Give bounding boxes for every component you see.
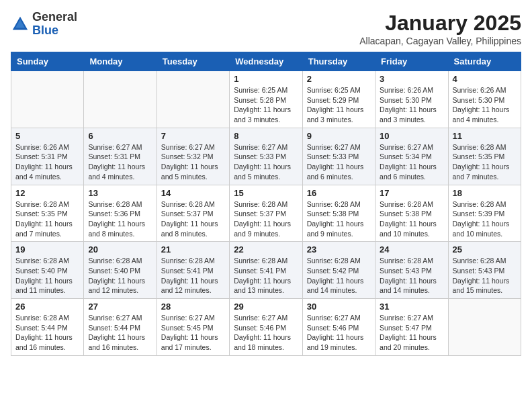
day-number: 26	[15, 302, 79, 312]
day-number: 29	[234, 302, 298, 312]
day-info: Sunrise: 6:28 AM Sunset: 5:43 PM Dayligh…	[380, 256, 443, 295]
calendar-day-cell: 15Sunrise: 6:28 AM Sunset: 5:37 PM Dayli…	[230, 185, 302, 242]
calendar-week-row: 12Sunrise: 6:28 AM Sunset: 5:35 PM Dayli…	[11, 185, 521, 242]
calendar-day-cell: 14Sunrise: 6:28 AM Sunset: 5:37 PM Dayli…	[157, 185, 229, 242]
day-number: 7	[161, 131, 225, 141]
calendar-day-cell: 10Sunrise: 6:27 AM Sunset: 5:34 PM Dayli…	[375, 128, 448, 185]
calendar-day-cell: 12Sunrise: 6:28 AM Sunset: 5:35 PM Dayli…	[11, 185, 84, 242]
day-number: 30	[307, 302, 371, 312]
day-info: Sunrise: 6:25 AM Sunset: 5:29 PM Dayligh…	[307, 85, 371, 125]
day-info: Sunrise: 6:28 AM Sunset: 5:40 PM Dayligh…	[88, 256, 152, 295]
calendar-day-cell	[157, 71, 229, 128]
calendar-day-cell: 13Sunrise: 6:28 AM Sunset: 5:36 PM Dayli…	[84, 185, 157, 242]
calendar-day-cell: 20Sunrise: 6:28 AM Sunset: 5:40 PM Dayli…	[84, 242, 157, 299]
month-title: January 2025	[359, 11, 521, 36]
weekday-header-monday: Monday	[84, 52, 157, 71]
day-number: 14	[161, 188, 225, 198]
weekday-header-thursday: Thursday	[302, 52, 375, 71]
day-info: Sunrise: 6:28 AM Sunset: 5:35 PM Dayligh…	[15, 199, 79, 239]
day-number: 11	[453, 131, 517, 141]
calendar-day-cell: 6Sunrise: 6:27 AM Sunset: 5:31 PM Daylig…	[84, 128, 157, 185]
day-number: 8	[234, 131, 298, 141]
calendar-day-cell: 21Sunrise: 6:28 AM Sunset: 5:41 PM Dayli…	[157, 242, 229, 299]
day-info: Sunrise: 6:26 AM Sunset: 5:31 PM Dayligh…	[15, 142, 79, 182]
day-number: 18	[453, 188, 517, 198]
logo-general-text: General	[32, 10, 77, 24]
day-number: 10	[380, 131, 443, 141]
day-number: 12	[15, 188, 79, 198]
day-info: Sunrise: 6:27 AM Sunset: 5:46 PM Dayligh…	[307, 313, 371, 353]
day-info: Sunrise: 6:27 AM Sunset: 5:34 PM Dayligh…	[380, 142, 443, 182]
calendar-day-cell	[84, 71, 157, 128]
calendar-day-cell: 27Sunrise: 6:27 AM Sunset: 5:44 PM Dayli…	[84, 299, 157, 356]
day-number: 1	[234, 74, 298, 84]
calendar-day-cell: 3Sunrise: 6:26 AM Sunset: 5:30 PM Daylig…	[375, 71, 448, 128]
day-info: Sunrise: 6:28 AM Sunset: 5:44 PM Dayligh…	[15, 313, 79, 353]
calendar-day-cell: 28Sunrise: 6:27 AM Sunset: 5:45 PM Dayli…	[157, 299, 229, 356]
weekday-header-saturday: Saturday	[448, 52, 521, 71]
calendar-day-cell: 26Sunrise: 6:28 AM Sunset: 5:44 PM Dayli…	[11, 299, 84, 356]
calendar-week-row: 1Sunrise: 6:25 AM Sunset: 5:28 PM Daylig…	[11, 71, 521, 128]
logo-blue-text: Blue	[32, 24, 58, 37]
day-info: Sunrise: 6:27 AM Sunset: 5:47 PM Dayligh…	[380, 313, 443, 353]
weekday-header-tuesday: Tuesday	[157, 52, 229, 71]
calendar-day-cell: 7Sunrise: 6:27 AM Sunset: 5:32 PM Daylig…	[157, 128, 229, 185]
day-info: Sunrise: 6:27 AM Sunset: 5:46 PM Dayligh…	[234, 313, 298, 353]
day-info: Sunrise: 6:27 AM Sunset: 5:32 PM Dayligh…	[161, 142, 225, 182]
calendar-week-row: 19Sunrise: 6:28 AM Sunset: 5:40 PM Dayli…	[11, 242, 521, 299]
calendar-day-cell: 31Sunrise: 6:27 AM Sunset: 5:47 PM Dayli…	[375, 299, 448, 356]
logo: General Blue	[11, 11, 77, 38]
day-info: Sunrise: 6:28 AM Sunset: 5:38 PM Dayligh…	[307, 199, 371, 239]
logo-text: General Blue	[32, 11, 77, 38]
day-number: 4	[453, 74, 517, 84]
day-number: 19	[15, 244, 79, 255]
day-info: Sunrise: 6:27 AM Sunset: 5:33 PM Dayligh…	[234, 142, 298, 182]
day-info: Sunrise: 6:28 AM Sunset: 5:41 PM Dayligh…	[234, 256, 298, 295]
calendar-day-cell: 8Sunrise: 6:27 AM Sunset: 5:33 PM Daylig…	[230, 128, 302, 185]
logo-icon	[11, 15, 30, 34]
calendar-day-cell: 23Sunrise: 6:28 AM Sunset: 5:42 PM Dayli…	[302, 242, 375, 299]
day-number: 27	[88, 302, 152, 312]
day-info: Sunrise: 6:26 AM Sunset: 5:30 PM Dayligh…	[453, 85, 517, 125]
calendar-day-cell	[448, 299, 521, 356]
day-info: Sunrise: 6:26 AM Sunset: 5:30 PM Dayligh…	[380, 85, 443, 125]
day-number: 15	[234, 188, 298, 198]
calendar-day-cell: 4Sunrise: 6:26 AM Sunset: 5:30 PM Daylig…	[448, 71, 521, 128]
calendar-table: SundayMondayTuesdayWednesdayThursdayFrid…	[11, 52, 521, 356]
day-info: Sunrise: 6:27 AM Sunset: 5:45 PM Dayligh…	[161, 313, 225, 353]
day-number: 23	[307, 244, 371, 255]
day-number: 20	[88, 244, 152, 255]
day-number: 16	[307, 188, 371, 198]
calendar-day-cell: 22Sunrise: 6:28 AM Sunset: 5:41 PM Dayli…	[230, 242, 302, 299]
day-info: Sunrise: 6:28 AM Sunset: 5:36 PM Dayligh…	[88, 199, 152, 239]
day-info: Sunrise: 6:28 AM Sunset: 5:38 PM Dayligh…	[380, 199, 443, 239]
calendar-week-row: 5Sunrise: 6:26 AM Sunset: 5:31 PM Daylig…	[11, 128, 521, 185]
day-number: 2	[307, 74, 371, 84]
calendar-day-cell: 9Sunrise: 6:27 AM Sunset: 5:33 PM Daylig…	[302, 128, 375, 185]
day-number: 17	[380, 188, 443, 198]
calendar-day-cell: 2Sunrise: 6:25 AM Sunset: 5:29 PM Daylig…	[302, 71, 375, 128]
calendar-day-cell	[11, 71, 84, 128]
calendar-day-cell: 11Sunrise: 6:28 AM Sunset: 5:35 PM Dayli…	[448, 128, 521, 185]
weekday-header-wednesday: Wednesday	[230, 52, 302, 71]
day-info: Sunrise: 6:28 AM Sunset: 5:39 PM Dayligh…	[453, 199, 517, 239]
day-info: Sunrise: 6:28 AM Sunset: 5:41 PM Dayligh…	[161, 256, 225, 295]
weekday-header-row: SundayMondayTuesdayWednesdayThursdayFrid…	[11, 52, 521, 71]
calendar-week-row: 26Sunrise: 6:28 AM Sunset: 5:44 PM Dayli…	[11, 299, 521, 356]
weekday-header-sunday: Sunday	[11, 52, 84, 71]
day-number: 21	[161, 244, 225, 255]
day-info: Sunrise: 6:27 AM Sunset: 5:31 PM Dayligh…	[88, 142, 152, 182]
day-number: 6	[88, 131, 152, 141]
calendar-day-cell: 29Sunrise: 6:27 AM Sunset: 5:46 PM Dayli…	[230, 299, 302, 356]
location-text: Allacapan, Cagayan Valley, Philippines	[359, 36, 521, 46]
day-number: 9	[307, 131, 371, 141]
day-info: Sunrise: 6:27 AM Sunset: 5:33 PM Dayligh…	[307, 142, 371, 182]
calendar-day-cell: 24Sunrise: 6:28 AM Sunset: 5:43 PM Dayli…	[375, 242, 448, 299]
day-info: Sunrise: 6:28 AM Sunset: 5:40 PM Dayligh…	[15, 256, 79, 295]
day-info: Sunrise: 6:28 AM Sunset: 5:37 PM Dayligh…	[234, 199, 298, 239]
day-info: Sunrise: 6:28 AM Sunset: 5:42 PM Dayligh…	[307, 256, 371, 295]
calendar-day-cell: 30Sunrise: 6:27 AM Sunset: 5:46 PM Dayli…	[302, 299, 375, 356]
day-info: Sunrise: 6:27 AM Sunset: 5:44 PM Dayligh…	[88, 313, 152, 353]
day-number: 28	[161, 302, 225, 312]
calendar-day-cell: 25Sunrise: 6:28 AM Sunset: 5:43 PM Dayli…	[448, 242, 521, 299]
